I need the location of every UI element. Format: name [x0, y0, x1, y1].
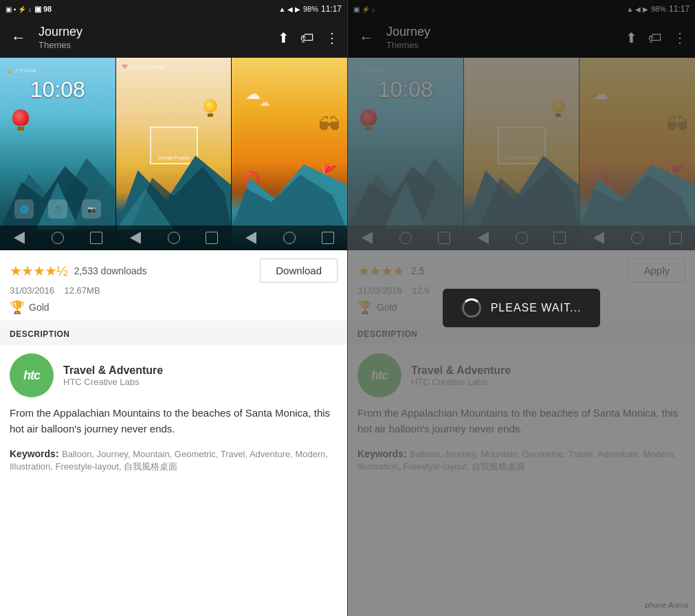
info-section-left: ★★★★½ 2,533 downloads Download 31/03/201… — [0, 250, 347, 320]
sunglasses-icon: 🕶 — [318, 113, 340, 138]
screenshots-left: 🔒 上午10:08 10:08 🌐 — [0, 58, 347, 250]
app-subtitle-left: Themes — [38, 40, 272, 51]
please-wait-overlay: PLEASE WAIT... — [348, 0, 695, 616]
bottom-nav-2 — [116, 226, 232, 250]
loading-spinner — [462, 298, 481, 318]
balloon-2 — [203, 99, 217, 117]
download-count-left: 2,533 downloads — [74, 265, 147, 276]
app-maker-left: HTC Creative Labs — [63, 377, 163, 387]
more-icon[interactable]: ⋮ — [325, 30, 339, 46]
screen-label-2: 📅 Google Calendar — [122, 65, 166, 70]
status-wifi-icon: ▲ ◀ ▶ — [278, 6, 300, 13]
mountains-svg-2 — [116, 133, 232, 230]
desc-label-left: DESCRIPTION — [10, 329, 70, 339]
status-bar-left: ▣ ▪ ⚡ ↓ ▣ 98 ▲ ◀ ▶ 98% 11:17 — [0, 0, 347, 18]
left-panel: ▣ ▪ ⚡ ↓ ▣ 98 ▲ ◀ ▶ 98% 11:17 ← Journey T… — [0, 0, 347, 616]
screenshot-1: 🔒 上午10:08 10:08 🌐 — [0, 58, 116, 250]
cloud-icon: ☁ — [245, 85, 261, 103]
right-panel: ▣ ⚡ ↓ ▲ ◀ ▶ 98% 11:17 ← Journey Themes ⬆… — [348, 0, 695, 616]
bottom-nav-1 — [0, 226, 115, 250]
phone-screen-1: 🔒 上午10:08 10:08 🌐 — [0, 58, 115, 250]
please-wait-box: PLEASE WAIT... — [443, 289, 601, 327]
phone-screen-2: 📅 Google Calendar Google Photos — [116, 58, 232, 250]
status-left-icons: ▣ ▪ ⚡ ↓ ▣ 98 — [5, 5, 52, 14]
bookmark-icon[interactable]: 🏷 — [300, 30, 314, 46]
gold-badge-left: 🏆 Gold — [10, 300, 338, 315]
status-time-left: 11:17 — [321, 4, 342, 14]
screen-icons-1: 🌐 🎵 📷 — [0, 197, 115, 221]
trophy-icon-left: 🏆 — [10, 300, 25, 315]
description-section-left: DESCRIPTION — [0, 320, 347, 345]
status-right-icons: ▲ ◀ ▶ 98% 11:17 — [278, 4, 342, 14]
meta-row-left: 31/03/2016 12.67MB — [10, 285, 338, 296]
phone-screen-3: 🕶 ☁ ☁ ⭕ 🚩 — [232, 58, 347, 250]
app-description-left: From the Appalachian Mountains to the be… — [0, 406, 347, 443]
please-wait-text: PLEASE WAIT... — [491, 302, 582, 314]
screen-label-1: 🔒 上午10:08 — [7, 67, 36, 74]
gold-text-left: Gold — [29, 302, 49, 313]
stars-left: ★★★★½ — [10, 263, 67, 279]
clock-1: 10:08 — [30, 77, 85, 102]
status-app-icons: ▣ ▪ ⚡ ↓ — [5, 6, 32, 13]
bottom-nav-3 — [232, 226, 347, 250]
toolbar-left: ← Journey Themes ⬆ 🏷 ⋮ — [0, 18, 347, 58]
date-left: 31/03/2016 — [10, 285, 54, 296]
screenshot-2: 📅 Google Calendar Google Photos — [116, 58, 232, 250]
toolbar-title-left: Journey Themes — [34, 25, 272, 50]
app-title-left: Journey — [38, 25, 272, 40]
back-button-left[interactable]: ← — [8, 26, 29, 50]
toolbar-actions-left: ⬆ 🏷 ⋮ — [278, 30, 339, 46]
app-logo-text-left: htc — [23, 368, 40, 383]
app-details-left: Travel & Adventure HTC Creative Labs — [63, 364, 163, 387]
app-name-left: Travel & Adventure — [63, 364, 163, 377]
download-button[interactable]: Download — [260, 258, 338, 283]
status-battery-left: ▣ 98 — [34, 5, 52, 14]
rating-row-left: ★★★★½ 2,533 downloads Download — [10, 258, 338, 283]
screenshot-3: 🕶 ☁ ☁ ⭕ 🚩 — [232, 58, 347, 250]
app-logo-left: htc — [10, 353, 54, 397]
cloud-icon-2: ☁ — [259, 96, 270, 109]
size-left: 12.67MB — [65, 285, 100, 296]
keywords-section-left: Keywords: Balloon, Journey, Mountain, Ge… — [0, 443, 347, 480]
keywords-label-left: Keywords: — [10, 448, 59, 459]
share-icon[interactable]: ⬆ — [278, 30, 289, 46]
mountains-svg-3 — [232, 140, 347, 230]
app-info-left: htc Travel & Adventure HTC Creative Labs — [0, 345, 347, 406]
status-battery-pct: 98% — [303, 5, 318, 13]
